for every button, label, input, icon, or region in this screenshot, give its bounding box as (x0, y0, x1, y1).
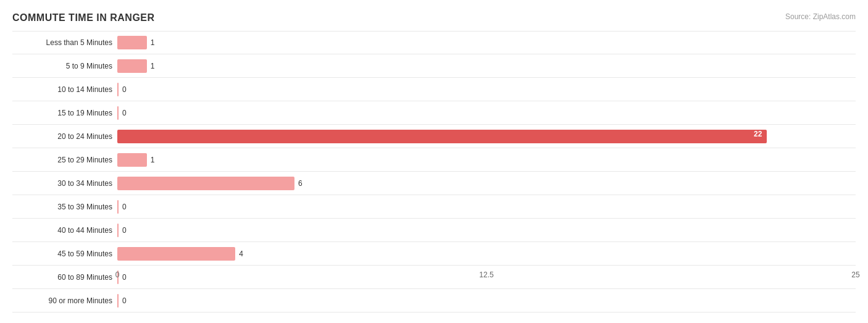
bar-value: 0 (122, 226, 127, 235)
bar-row: 35 to 39 Minutes0 (12, 195, 856, 219)
x-axis: 012.525 (117, 267, 856, 286)
bar-label: 35 to 39 Minutes (12, 203, 117, 211)
chart-header: COMMUTE TIME IN RANGER Source: ZipAtlas.… (12, 12, 856, 23)
bar-label: Less than 5 Minutes (12, 38, 117, 47)
bar-value: 1 (151, 38, 155, 47)
x-tick: 12.5 (479, 271, 493, 279)
bars-area: Less than 5 Minutes15 to 9 Minutes110 to… (12, 31, 856, 267)
bar-track: 1 (117, 54, 856, 77)
bar-label: 90 or more Minutes (12, 296, 117, 305)
bar-label: 30 to 34 Minutes (12, 179, 117, 188)
bar-value: 0 (122, 296, 127, 305)
x-tick: 25 (851, 271, 859, 279)
bar-row: 10 to 14 Minutes0 (12, 78, 856, 101)
bar-fill (117, 106, 119, 120)
bar-track: 0 (117, 289, 856, 312)
bar-value: 0 (122, 109, 127, 117)
bar-fill (117, 36, 147, 49)
bar-track: 6 (117, 172, 856, 195)
bar-value-inside: 22 (754, 130, 762, 138)
bar-label: 25 to 29 Minutes (12, 156, 117, 164)
bar-track: 1 (117, 31, 856, 54)
bar-fill (117, 153, 147, 167)
bar-track: 0 (117, 219, 856, 241)
bar-track: 0 (117, 78, 856, 101)
bar-row: Less than 5 Minutes1 (12, 31, 856, 54)
bar-value: 1 (151, 156, 155, 164)
bar-row: 25 to 29 Minutes1 (12, 148, 856, 172)
chart-container: COMMUTE TIME IN RANGER Source: ZipAtlas.… (0, 0, 868, 323)
chart-title: COMMUTE TIME IN RANGER (12, 12, 155, 23)
bar-track: 0 (117, 101, 856, 124)
bar-value: 0 (122, 85, 127, 94)
bar-label: 15 to 19 Minutes (12, 109, 117, 117)
bar-row: 45 to 59 Minutes4 (12, 242, 856, 266)
bar-value: 4 (239, 250, 243, 258)
bar-fill (117, 247, 235, 261)
bar-row: 5 to 9 Minutes1 (12, 54, 856, 78)
bar-label: 40 to 44 Minutes (12, 226, 117, 235)
bar-label: 20 to 24 Minutes (12, 132, 117, 141)
bar-track: 4 (117, 242, 856, 265)
bar-track: 0 (117, 195, 856, 218)
chart-source: Source: ZipAtlas.com (785, 12, 856, 21)
bar-label: 10 to 14 Minutes (12, 85, 117, 94)
bar-fill (117, 200, 119, 214)
bar-fill (117, 294, 119, 308)
bar-label: 5 to 9 Minutes (12, 62, 117, 70)
chart-body: Less than 5 Minutes15 to 9 Minutes110 to… (12, 31, 856, 286)
bar-fill: 22 (117, 130, 767, 143)
bar-row: 15 to 19 Minutes0 (12, 101, 856, 125)
bar-value: 6 (298, 179, 303, 188)
bar-fill (117, 83, 119, 96)
bar-row: 90 or more Minutes0 (12, 289, 856, 313)
bar-row: 40 to 44 Minutes0 (12, 219, 856, 242)
bar-row: 30 to 34 Minutes6 (12, 172, 856, 195)
bar-label: 45 to 59 Minutes (12, 250, 117, 258)
bar-row: 20 to 24 Minutes22 (12, 125, 856, 148)
bar-fill (117, 59, 147, 73)
bar-value: 1 (151, 62, 155, 70)
bar-track: 22 (117, 125, 856, 148)
bar-track: 1 (117, 148, 856, 171)
bar-fill (117, 224, 119, 237)
bar-value: 0 (122, 203, 127, 211)
bar-label: 60 to 89 Minutes (12, 273, 117, 282)
bar-fill (117, 177, 294, 190)
x-tick: 0 (115, 271, 120, 279)
